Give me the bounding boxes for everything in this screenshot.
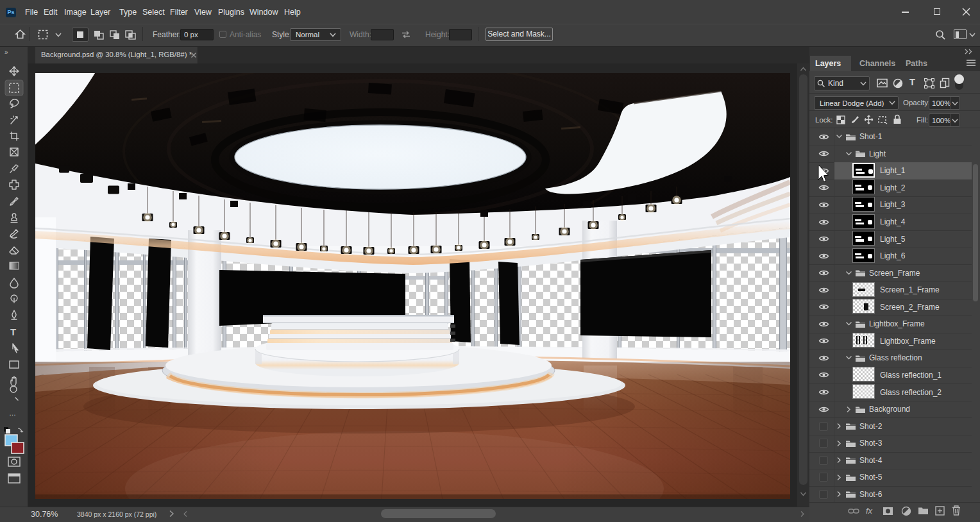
svg-text:»: » xyxy=(4,49,8,56)
svg-text:…: … xyxy=(9,409,16,417)
svg-text:T: T xyxy=(10,326,16,337)
